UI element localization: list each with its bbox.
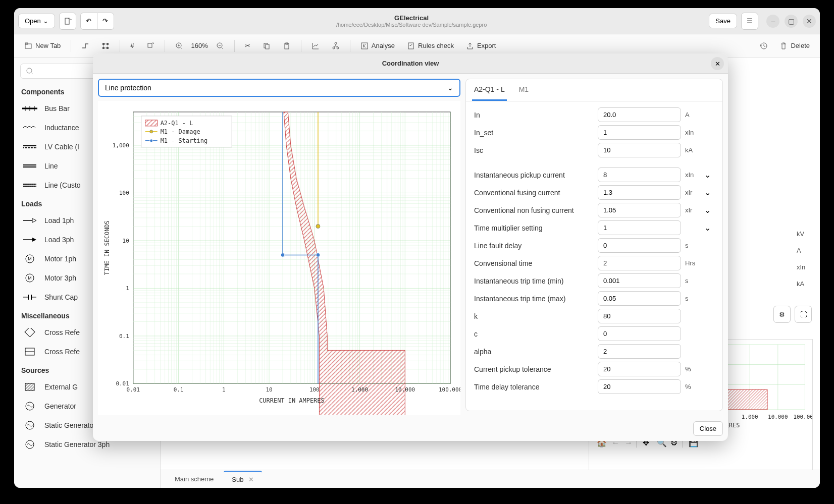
save-label: Save bbox=[715, 17, 731, 25]
modal-right-panel: A2-Q1 - L M1 InAIn_setxInIsckAInstantane… bbox=[465, 79, 723, 411]
chart-xlabel: CURRENT IN AMPERES bbox=[259, 397, 325, 404]
param-dropdown-toggle[interactable]: ⌄ bbox=[704, 188, 714, 197]
param-input[interactable] bbox=[598, 273, 681, 288]
new-tab-label: New Tab bbox=[35, 42, 61, 49]
bg-gear-button[interactable]: ⚙ bbox=[773, 306, 791, 323]
redo-button[interactable]: ↷ bbox=[97, 13, 114, 30]
external-g-icon bbox=[22, 382, 37, 391]
chart-tool[interactable] bbox=[307, 40, 324, 52]
param-input[interactable] bbox=[598, 379, 681, 394]
paste-button[interactable] bbox=[279, 40, 295, 52]
modal-close-button[interactable]: ✕ bbox=[711, 57, 724, 70]
svg-point-197 bbox=[316, 225, 320, 229]
chart-icon bbox=[311, 42, 320, 50]
analyse-button[interactable]: Analyse bbox=[356, 40, 399, 52]
coordination-chart[interactable]: 0.010.11101001,00010,000100,000 0.010.11… bbox=[98, 101, 460, 415]
comp-label: Line (Custo bbox=[44, 181, 81, 189]
param-row: Conventional fusing currentxIr⌄ bbox=[474, 185, 714, 200]
protection-dropdown[interactable]: Line protection ⌄ bbox=[98, 79, 460, 97]
hash-tool[interactable]: # bbox=[126, 40, 138, 51]
link-tool[interactable] bbox=[142, 40, 159, 52]
param-input[interactable] bbox=[598, 125, 681, 140]
param-row: Time multiplier setting⌄ bbox=[474, 220, 714, 235]
close-tab-icon[interactable]: ✕ bbox=[248, 476, 254, 483]
new-tab-button[interactable]: New Tab bbox=[20, 40, 65, 52]
param-input[interactable] bbox=[598, 238, 681, 253]
zoom-in-button[interactable] bbox=[171, 40, 187, 52]
param-input[interactable] bbox=[598, 362, 681, 376]
param-label: Instantaneous pickup current bbox=[474, 171, 594, 179]
history-icon bbox=[759, 42, 767, 50]
svg-text:10,000: 10,000 bbox=[768, 414, 788, 420]
select-tool[interactable] bbox=[97, 40, 114, 52]
modal-close-btn[interactable]: Close bbox=[693, 421, 723, 436]
legend-0: A2-Q1 - L bbox=[161, 120, 193, 127]
close-window-button[interactable]: ✕ bbox=[803, 15, 816, 28]
param-label: Current pickup tolerance bbox=[474, 365, 594, 373]
delete-label: Delete bbox=[791, 42, 810, 49]
delete-button[interactable]: Delete bbox=[775, 40, 814, 52]
param-input[interactable] bbox=[598, 220, 681, 235]
tab-a2q1[interactable]: A2-Q1 - L bbox=[472, 79, 507, 101]
static-gen-1ph-icon bbox=[22, 421, 37, 430]
param-input[interactable] bbox=[598, 344, 681, 359]
canvas-tab-sub[interactable]: Sub ✕ bbox=[224, 471, 262, 487]
history-button[interactable] bbox=[755, 40, 771, 52]
param-input[interactable] bbox=[598, 167, 681, 182]
svg-rect-0 bbox=[65, 18, 69, 24]
param-unit: Hrs bbox=[685, 259, 700, 267]
param-label: k bbox=[474, 312, 594, 320]
param-label: Conventional fusing current bbox=[474, 189, 594, 197]
zoom-in-icon bbox=[175, 42, 183, 50]
svg-rect-63 bbox=[722, 389, 767, 410]
tab-m1[interactable]: M1 bbox=[517, 79, 531, 101]
param-input[interactable] bbox=[598, 326, 681, 341]
maximize-button[interactable]: ▢ bbox=[785, 15, 798, 28]
param-row: c bbox=[474, 326, 714, 341]
canvas-tab-main[interactable]: Main scheme bbox=[167, 471, 222, 487]
new-doc-button[interactable]: + bbox=[59, 13, 76, 30]
zoom-out-button[interactable] bbox=[212, 40, 228, 52]
minimize-button[interactable]: ‒ bbox=[766, 15, 779, 28]
param-row: Line fault delays bbox=[474, 238, 714, 253]
param-dropdown-toggle[interactable]: ⌄ bbox=[704, 205, 714, 215]
param-input[interactable] bbox=[598, 107, 681, 122]
param-input[interactable] bbox=[598, 143, 681, 157]
svg-point-16 bbox=[335, 42, 337, 44]
svg-point-17 bbox=[333, 47, 335, 49]
svg-point-18 bbox=[337, 47, 339, 49]
static-gen-3ph-icon bbox=[22, 440, 37, 449]
save-button[interactable]: Save bbox=[709, 14, 737, 28]
param-dropdown-toggle[interactable]: ⌄ bbox=[704, 170, 714, 180]
comp-label: Line bbox=[44, 162, 58, 170]
modal-body: Line protection ⌄ bbox=[93, 74, 728, 416]
load-3ph-icon bbox=[22, 235, 37, 244]
modal-left-panel: Line protection ⌄ bbox=[98, 79, 460, 411]
line-tool[interactable] bbox=[77, 40, 93, 52]
svg-point-198 bbox=[281, 253, 285, 257]
param-input[interactable] bbox=[598, 291, 681, 306]
undo-button[interactable]: ↶ bbox=[80, 13, 97, 30]
tree-tool[interactable] bbox=[328, 40, 344, 52]
comp-label: External G bbox=[44, 383, 78, 391]
svg-text:100: 100 bbox=[119, 190, 129, 196]
cut-button[interactable]: ✂ bbox=[241, 40, 254, 51]
bg-expand-button[interactable]: ⛶ bbox=[795, 306, 812, 323]
param-input[interactable] bbox=[598, 256, 681, 270]
open-button[interactable]: Open ⌄ bbox=[18, 14, 55, 28]
comp-label: Motor 1ph bbox=[44, 255, 76, 263]
svg-text:100: 100 bbox=[309, 386, 320, 393]
param-input[interactable] bbox=[598, 185, 681, 200]
export-button[interactable]: Export bbox=[462, 40, 500, 52]
lv-cable-icon bbox=[22, 142, 37, 151]
chevron-down-icon: ⌄ bbox=[43, 17, 48, 25]
copy-button[interactable] bbox=[258, 40, 275, 52]
comp-label: Load 3ph bbox=[44, 236, 74, 244]
param-label: Time delay tolerance bbox=[474, 383, 594, 391]
param-input[interactable] bbox=[598, 203, 681, 217]
param-input[interactable] bbox=[598, 309, 681, 323]
rules-check-button[interactable]: Rules check bbox=[403, 40, 458, 52]
param-dropdown-toggle[interactable]: ⌄ bbox=[704, 223, 714, 233]
menu-button[interactable]: ☰ bbox=[741, 13, 758, 30]
param-label: Instantaneous trip time (max) bbox=[474, 295, 594, 303]
